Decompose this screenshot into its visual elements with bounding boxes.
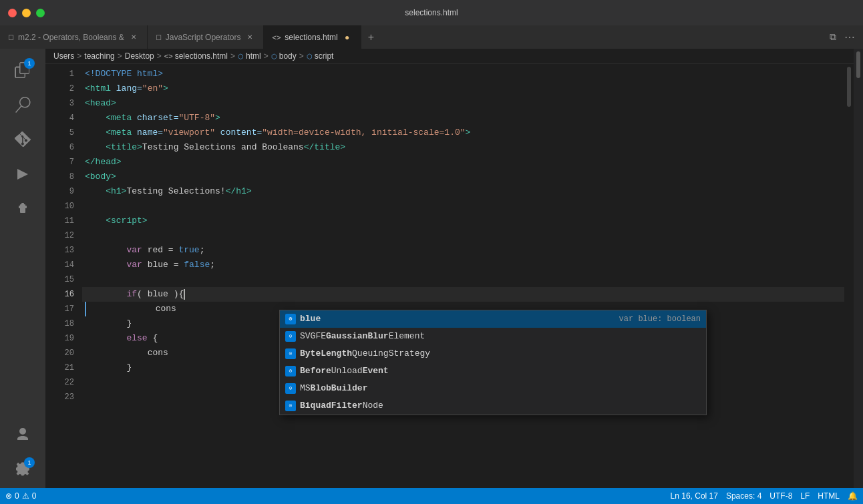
ln-1: 1 (45, 67, 74, 81)
token-indent-16 (85, 287, 126, 302)
token-brace-close-2: } (126, 360, 132, 375)
activity-item-extensions[interactable] (7, 193, 39, 225)
split-editor-icon[interactable]: ⧉ (830, 31, 836, 43)
autocomplete-item-msblob[interactable]: ⊙ MSBlobBuilder (280, 380, 706, 397)
tab-selections[interactable]: <> selections.html ● (264, 25, 361, 49)
activity-item-scm[interactable] (7, 123, 39, 156)
line-ending[interactable]: LF (800, 491, 810, 501)
token-indent-19 (85, 331, 126, 346)
breadcrumb-sep-3: > (157, 51, 162, 61)
token-h1-text: Testing Selections! (126, 184, 225, 199)
minimap-scrollbar[interactable] (854, 49, 863, 488)
breadcrumb-users[interactable]: Users (53, 51, 74, 61)
ln-10: 10 (45, 199, 74, 214)
breadcrumb-sep-4: > (230, 51, 235, 61)
cube-icon-3: ⬡ (307, 53, 313, 60)
autocomplete-item-biquad[interactable]: ⊙ BiquadFilterNode (280, 397, 706, 415)
code-content[interactable]: <!DOCTYPE html> <html lang= "en" > <head… (82, 64, 844, 488)
spaces[interactable]: Spaces: 4 (726, 491, 761, 501)
notifications-icon[interactable]: 🔔 (848, 491, 858, 501)
code-line-13: var red = true ; (82, 243, 844, 258)
extensions-icon (15, 201, 31, 217)
token-body-open: <body> (85, 170, 116, 184)
activity-item-search[interactable] (7, 89, 39, 121)
breadcrumb-desktop[interactable]: Desktop (125, 51, 154, 61)
autocomplete-item-beforeunload[interactable]: ⊙ BeforeUnloadEvent (280, 362, 706, 380)
token-h1-open: <h1> (106, 184, 126, 199)
ln-23: 23 (45, 390, 74, 405)
token-if: if (126, 287, 137, 302)
breadcrumb-html[interactable]: ⬡ html (238, 51, 261, 61)
code-line-2: <html lang= "en" > (82, 81, 844, 96)
ln-3: 3 (45, 96, 74, 111)
error-icon: ⊗ (5, 491, 12, 501)
ln-11: 11 (45, 214, 74, 228)
cursor-position[interactable]: Ln 16, Col 17 (671, 491, 718, 501)
token-html-open: <html (85, 81, 111, 96)
token-if-brace: { (178, 287, 184, 302)
breadcrumb-script[interactable]: ⬡ script (307, 51, 334, 61)
breadcrumb-file[interactable]: <> selections.html (164, 51, 228, 61)
autocomplete-item-bytelength[interactable]: ⊙ ByteLengthQueuingStrategy (280, 345, 706, 362)
token-red-assign: red = (142, 243, 179, 258)
activity-item-run[interactable] (7, 158, 39, 190)
status-errors[interactable]: ⊗ 0 ⚠ 0 (5, 491, 36, 501)
run-icon (15, 166, 31, 182)
tab-m22[interactable]: ◻ m2.2 - Operators, Booleans & ✕ (0, 25, 148, 49)
activity-item-account[interactable] (7, 419, 39, 451)
tab-label-m22: m2.2 - Operators, Booleans & (18, 33, 124, 42)
autocomplete-dropdown[interactable]: ⊙ blue var blue: boolean ⊙ SVGFEGaussian… (279, 310, 707, 415)
scrollbar[interactable] (844, 64, 854, 488)
activity-item-explorer[interactable]: 1 (7, 54, 39, 86)
token-true: true (178, 243, 199, 258)
maximize-button[interactable] (36, 9, 45, 17)
breadcrumb-body[interactable]: ⬡ body (271, 51, 297, 61)
cube-icon-1: ⬡ (238, 53, 244, 60)
new-tab-button[interactable]: + (361, 25, 381, 49)
token-cons-1: cons (156, 302, 176, 316)
code-line-9: <h1> Testing Selections! </h1> (82, 184, 844, 199)
autocomplete-item-svgfegaussianblur[interactable]: ⊙ SVGFEGaussianBlurElement (280, 328, 706, 345)
token-var-2: var (126, 258, 142, 272)
code-line-10 (82, 199, 844, 214)
code-line-5: <meta name= "viewport" content= "width=d… (82, 125, 844, 140)
code-editor[interactable]: 1 2 3 4 5 6 7 8 9 10 11 12 13 14 15 16 1… (45, 64, 854, 488)
token-indent-5 (85, 125, 106, 140)
tab-bar: ◻ m2.2 - Operators, Booleans & ✕ ◻ JavaS… (0, 25, 863, 49)
token-if-paren: ( blue ) (137, 287, 178, 302)
code-line-7: </head> (82, 155, 844, 170)
tab-js-operators[interactable]: ◻ JavaScript Operators ✕ (148, 25, 265, 49)
autocomplete-label-6: BiquadFilterNode (300, 399, 697, 413)
autocomplete-icon-2: ⊙ (285, 331, 296, 342)
token-semi-1: ; (200, 243, 205, 258)
tab-close-js[interactable]: ✕ (244, 32, 255, 43)
close-button[interactable] (8, 9, 17, 17)
more-actions-icon[interactable]: ⋯ (844, 31, 855, 43)
breadcrumb-teaching[interactable]: teaching (84, 51, 114, 61)
scrollbar-thumb[interactable] (847, 67, 851, 107)
search-icon (15, 97, 31, 113)
minimize-button[interactable] (22, 9, 31, 17)
git-icon (15, 132, 31, 148)
autocomplete-item-blue[interactable]: ⊙ blue var blue: boolean (280, 310, 706, 328)
language[interactable]: HTML (818, 491, 840, 501)
status-bar: ⊗ 0 ⚠ 0 Ln 16, Col 17 Spaces: 4 UTF-8 LF… (0, 488, 863, 504)
warning-count: 0 (32, 491, 37, 501)
minimap-thumb[interactable] (856, 51, 860, 78)
code-line-11: <script> (82, 214, 844, 228)
tab-close-m22[interactable]: ✕ (128, 32, 139, 43)
code-line-14: var blue = false ; (82, 258, 844, 272)
activity-item-settings[interactable]: 1 (7, 453, 39, 485)
html-file-icon: <> (164, 52, 173, 60)
ln-7: 7 (45, 155, 74, 170)
token-indent-21 (85, 360, 126, 375)
encoding[interactable]: UTF-8 (769, 491, 792, 501)
token-script-open: <script> (106, 214, 147, 228)
token-var-1: var (126, 243, 142, 258)
token-html-close-bracket: > (163, 81, 168, 96)
traffic-lights (8, 9, 45, 17)
token-name-val: "viewport" (163, 125, 215, 140)
main-layout: 1 (0, 49, 863, 488)
ln-12: 12 (45, 228, 74, 243)
ln-18: 18 (45, 316, 74, 331)
